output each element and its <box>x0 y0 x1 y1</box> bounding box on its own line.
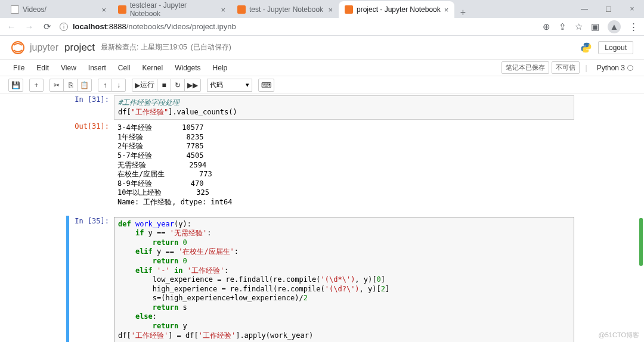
browser-tab[interactable]: Videos/ × <box>5 1 112 18</box>
save-button[interactable]: 💾 <box>8 79 23 92</box>
url-input[interactable]: i localhost:8888/notebooks/Videos/projec… <box>60 22 535 31</box>
jupyter-logo-icon <box>11 41 25 55</box>
site-info-icon[interactable]: i <box>60 23 68 31</box>
code-cell-selected[interactable]: In [35]: def work_year(y): if y == '无需经验… <box>70 216 574 342</box>
browser-tab[interactable]: testclear - Jupyter Notebook × <box>112 1 231 18</box>
window-controls: — × <box>572 0 644 18</box>
panel-icon[interactable]: ▣ <box>591 21 599 32</box>
menu-view[interactable]: View <box>55 61 82 74</box>
logout-button[interactable]: Logout <box>598 41 633 54</box>
forward-icon[interactable]: → <box>24 21 35 32</box>
python-icon <box>580 42 592 54</box>
code-cell[interactable]: In [31]: #工作经验字段处理 df["工作经验"].value_coun… <box>70 94 574 121</box>
code-input[interactable]: def work_year(y): if y == '无需经验': return… <box>114 217 574 342</box>
menu-widgets[interactable]: Widgets <box>169 61 206 74</box>
input-prompt: In [31]: <box>70 95 114 120</box>
chevron-down-icon: ▾ <box>246 81 249 89</box>
minimize-button[interactable]: — <box>572 1 596 17</box>
url-host: localhost:8888 <box>73 22 126 31</box>
run-button[interactable]: ▶ 运行 <box>132 79 157 92</box>
tab-label: testclear - Jupyter Notebook <box>130 1 218 18</box>
interrupt-button[interactable]: ■ <box>157 79 171 92</box>
output-cell: Out[31]: 3-4年经验 10577 1年经验 8235 2年经验 778… <box>70 121 574 209</box>
input-prompt: In [35]: <box>70 217 114 342</box>
browser-tab[interactable]: test - Jupyter Notebook × <box>231 1 339 18</box>
menu-kernel[interactable]: Kernel <box>137 61 169 74</box>
close-icon[interactable]: × <box>101 5 106 14</box>
move-up-button[interactable]: ↑ <box>98 79 112 92</box>
toolbar: 💾 + ✂ ⎘ 📋 ↑ ↓ ▶ 运行 ■ ↻ ▶▶ 代码▾ ⌨ <box>0 76 644 94</box>
url-path: /notebooks/Videos/project.ipynb <box>126 22 236 31</box>
avatar[interactable]: ▲ <box>608 20 621 33</box>
share-icon[interactable]: ⇪ <box>559 21 566 32</box>
close-window-button[interactable]: × <box>620 1 644 17</box>
browser-address-bar: ← → ⟳ i localhost:8888/notebooks/Videos/… <box>0 18 644 36</box>
cell-output: 3-4年经验 10577 1年经验 8235 2年经验 7785 5-7年经验 … <box>114 122 574 208</box>
output-prompt: Out[31]: <box>70 122 114 208</box>
checkpoint-label: 最新检查点: 上星期三19:05 <box>101 42 187 52</box>
maximize-button[interactable] <box>596 1 620 17</box>
kebab-menu-icon[interactable]: ⋮ <box>629 21 638 32</box>
autosave-label: (已自动保存) <box>191 42 231 52</box>
paste-button[interactable]: 📋 <box>77 79 92 92</box>
add-cell-button[interactable]: + <box>29 79 44 92</box>
notebook-header: jupyter project 最新检查点: 上星期三19:05 (已自动保存)… <box>0 36 644 60</box>
tab-label: project - Jupyter Notebook <box>357 5 441 14</box>
close-icon[interactable]: × <box>444 5 449 14</box>
saved-badge: 笔记本已保存 <box>501 61 549 74</box>
brand-label: jupyter <box>30 42 58 53</box>
close-icon[interactable]: × <box>328 5 333 14</box>
browser-tab-active[interactable]: project - Jupyter Notebook × <box>339 1 454 18</box>
tab-label: Videos/ <box>23 5 47 14</box>
cut-button[interactable]: ✂ <box>49 79 64 92</box>
menu-file[interactable]: File <box>7 61 30 74</box>
new-tab-button[interactable]: + <box>454 7 471 18</box>
jupyter-icon <box>345 5 353 14</box>
notebook-area[interactable]: In [31]: #工作经验字段处理 df["工作经验"].value_coun… <box>0 94 644 342</box>
command-palette-button[interactable]: ⌨ <box>258 79 274 92</box>
cell-type-select[interactable]: 代码▾ <box>207 79 252 92</box>
kernel-indicator[interactable]: Python 3 <box>593 64 637 72</box>
browser-actions: ⊕ ⇪ ☆ ▣ ▲ ⋮ <box>543 20 638 33</box>
jupyter-icon <box>237 5 246 14</box>
menu-insert[interactable]: Insert <box>82 61 112 74</box>
tab-label: test - Jupyter Notebook <box>249 5 323 14</box>
notebook-name[interactable]: project <box>64 42 95 54</box>
menu-cell[interactable]: Cell <box>112 61 137 74</box>
menu-edit[interactable]: Edit <box>30 61 55 74</box>
menu-bar: File Edit View Insert Cell Kernel Widget… <box>0 60 644 76</box>
folder-icon <box>11 5 19 14</box>
menu-help[interactable]: Help <box>207 61 234 74</box>
move-down-button[interactable]: ↓ <box>112 79 126 92</box>
reload-icon[interactable]: ⟳ <box>42 21 52 32</box>
copy-button[interactable]: ⎘ <box>63 79 78 92</box>
restart-run-all-button[interactable]: ▶▶ <box>184 79 201 92</box>
search-icon[interactable]: ⊕ <box>543 21 550 32</box>
jupyter-icon <box>118 5 126 14</box>
bookmark-icon[interactable]: ☆ <box>575 21 583 32</box>
code-input[interactable]: #工作经验字段处理 df["工作经验"].value_counts() <box>114 95 574 120</box>
restart-button[interactable]: ↻ <box>171 79 185 92</box>
trust-badge[interactable]: 不可信 <box>552 61 580 74</box>
browser-tab-strip: Videos/ × testclear - Jupyter Notebook ×… <box>0 0 644 18</box>
back-icon[interactable]: ← <box>6 21 17 32</box>
kernel-status-icon <box>627 65 633 71</box>
close-icon[interactable]: × <box>221 5 225 14</box>
watermark: @51CTO博客 <box>599 331 639 340</box>
scrollbar[interactable] <box>639 218 643 266</box>
